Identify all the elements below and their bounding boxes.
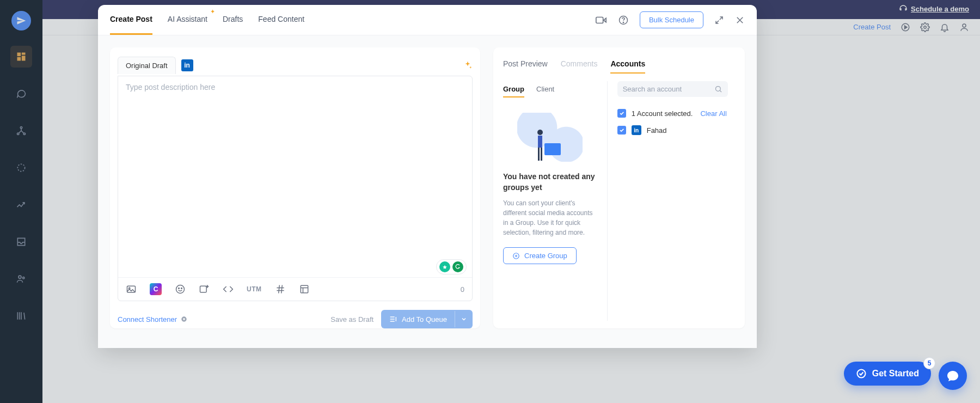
clear-all-link[interactable]: Clear All — [700, 109, 726, 118]
tab-accounts[interactable]: Accounts — [610, 55, 645, 74]
empty-description: You can sort your client's different soc… — [503, 198, 597, 237]
chevron-down-icon[interactable] — [455, 311, 473, 327]
close-icon[interactable] — [735, 15, 745, 25]
accounts-list: 1 Account selected. Clear All in Fahad — [617, 109, 735, 135]
plus-circle-icon — [512, 252, 520, 260]
tab-label: Create Post — [110, 15, 152, 23]
svg-point-18 — [176, 285, 185, 294]
create-group-button[interactable]: Create Group — [503, 247, 577, 264]
sparkle-icon[interactable] — [463, 60, 473, 70]
svg-rect-22 — [301, 285, 308, 292]
account-checkbox[interactable] — [617, 126, 626, 135]
empty-title: You have not created any groups yet — [503, 172, 597, 193]
svg-point-19 — [179, 288, 180, 289]
post-description-input[interactable] — [118, 76, 472, 277]
tab-label: AI Assistant — [168, 15, 207, 23]
modal-header: Create Post AI Assistant ✦ Drafts Feed C… — [98, 5, 757, 35]
tab-create-post[interactable]: Create Post — [110, 5, 152, 35]
svg-point-20 — [181, 288, 182, 289]
draft-tabs: Original Draft in — [118, 55, 473, 76]
add-to-queue-button[interactable]: Add To Queue — [381, 310, 473, 328]
queue-icon — [389, 315, 397, 323]
groups-column: Group Client You have not created any gr… — [503, 81, 608, 321]
select-all-checkbox[interactable] — [617, 109, 626, 118]
expand-icon[interactable] — [714, 15, 724, 25]
editor-card: Original Draft in C — [110, 47, 480, 328]
tab-label: Feed Content — [258, 15, 304, 23]
accounts-column: 1 Account selected. Clear All in Fahad — [608, 81, 735, 321]
get-started-label: Get Started — [872, 369, 919, 378]
create-post-modal: Create Post AI Assistant ✦ Drafts Feed C… — [98, 5, 757, 348]
editor-actions: Save as Draft Add To Queue — [330, 310, 473, 328]
image-upload-icon[interactable] — [199, 284, 210, 295]
sub-tab-client[interactable]: Client — [536, 81, 554, 97]
tab-drafts[interactable]: Drafts — [223, 5, 243, 35]
svg-rect-26 — [538, 148, 540, 161]
media-icon[interactable] — [126, 284, 137, 295]
sparkle-icon: ✦ — [210, 8, 215, 15]
hashtag-icon[interactable] — [275, 284, 286, 295]
grammarly-badge-1[interactable] — [439, 261, 450, 272]
account-name: Fahad — [647, 126, 667, 135]
sub-tab-group[interactable]: Group — [503, 81, 524, 97]
svg-rect-13 — [596, 17, 603, 23]
modal-body: Original Draft in C — [98, 35, 757, 348]
chat-fab[interactable] — [939, 362, 967, 390]
connect-shortener-link[interactable]: Connect Shortener — [118, 315, 188, 323]
account-search-row — [617, 81, 735, 97]
selected-count-label: 1 Account selected. — [632, 109, 693, 118]
editor-box: C UTM 0 — [118, 76, 473, 301]
tab-post-preview[interactable]: Post Preview — [503, 55, 548, 74]
get-started-button[interactable]: Get Started 5 — [844, 362, 931, 386]
account-row[interactable]: in Fahad — [617, 125, 735, 135]
account-search-input[interactable] — [623, 85, 714, 93]
svg-rect-27 — [541, 148, 542, 161]
grammarly-badge-2[interactable] — [452, 261, 463, 272]
person-icon — [534, 129, 547, 162]
svg-point-29 — [715, 87, 720, 91]
empty-groups-state: You have not created any groups yet You … — [503, 113, 597, 264]
tab-ai-assistant[interactable]: AI Assistant ✦ — [168, 5, 207, 35]
linkedin-icon: in — [632, 125, 641, 135]
tab-feed-content[interactable]: Feed Content — [258, 5, 304, 35]
empty-illustration — [517, 113, 583, 162]
modal-header-actions: Bulk Schedule — [595, 11, 745, 28]
emoji-icon[interactable] — [175, 284, 186, 295]
modal-tabs: Create Post AI Assistant ✦ Drafts Feed C… — [110, 5, 304, 35]
search-icon — [714, 85, 722, 93]
right-panel-tabs: Post Preview Comments Accounts — [503, 55, 735, 74]
editor-toolbar: C UTM 0 — [118, 277, 472, 301]
svg-point-24 — [537, 130, 543, 135]
original-draft-tab[interactable]: Original Draft — [118, 57, 176, 74]
chat-bubble-icon — [946, 369, 959, 382]
save-as-draft-button[interactable]: Save as Draft — [330, 315, 373, 323]
tab-comments[interactable]: Comments — [561, 55, 598, 74]
svg-point-15 — [623, 22, 623, 22]
linkedin-account-chip[interactable]: in — [181, 59, 193, 71]
get-started-badge: 5 — [923, 357, 935, 369]
right-content: Group Client You have not created any gr… — [503, 81, 735, 321]
svg-rect-25 — [538, 136, 542, 148]
tab-label: Drafts — [223, 15, 243, 23]
connect-shortener-label: Connect Shortener — [118, 315, 177, 323]
create-group-label: Create Group — [524, 252, 567, 260]
close-small-icon[interactable] — [180, 315, 188, 323]
canva-icon[interactable]: C — [150, 283, 162, 295]
grammarly-badges — [436, 259, 467, 274]
help-icon[interactable] — [618, 15, 629, 26]
check-circle-icon — [856, 368, 867, 379]
char-count: 0 — [461, 285, 464, 294]
code-icon[interactable] — [223, 284, 234, 295]
accounts-panel: Post Preview Comments Accounts Group Cli… — [493, 47, 745, 328]
video-icon[interactable] — [595, 14, 607, 26]
bulk-schedule-button[interactable]: Bulk Schedule — [640, 11, 703, 28]
svg-rect-21 — [200, 286, 207, 292]
group-client-tabs: Group Client — [503, 81, 597, 97]
editor-footer: Connect Shortener Save as Draft Add To Q… — [118, 301, 473, 328]
account-search-box[interactable] — [617, 81, 728, 97]
add-to-queue-label: Add To Queue — [402, 315, 447, 323]
accounts-selected-summary: 1 Account selected. Clear All — [617, 109, 735, 118]
utm-button[interactable]: UTM — [247, 285, 262, 293]
template-icon[interactable] — [299, 284, 310, 295]
